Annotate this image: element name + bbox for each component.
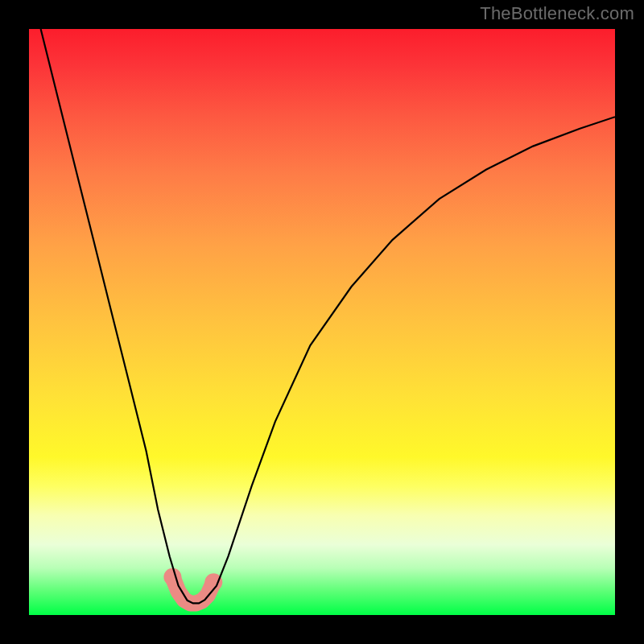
salmon-dot <box>163 568 181 586</box>
watermark-text: TheBottleneck.com <box>480 3 634 24</box>
plot-area <box>29 29 615 615</box>
curve-layer <box>29 29 615 615</box>
chart-frame: TheBottleneck.com <box>0 0 644 644</box>
bottleneck-curve-path <box>41 29 615 603</box>
